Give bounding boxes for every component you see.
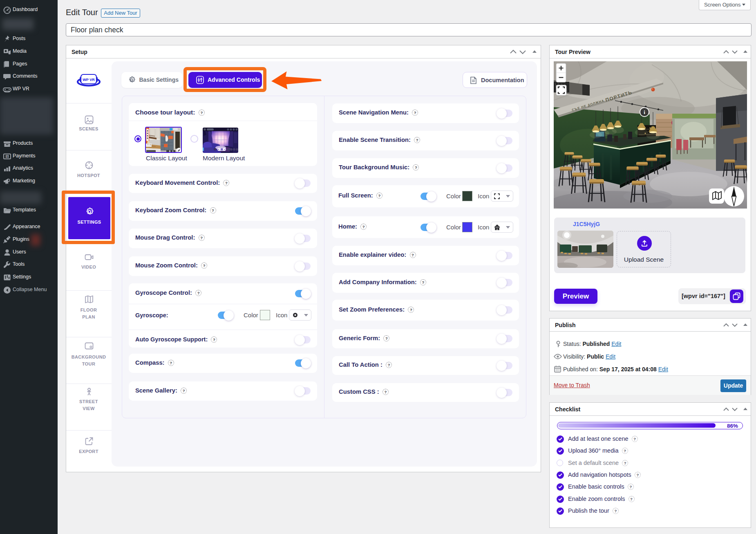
- svg-text:WP VR: WP VR: [83, 78, 95, 82]
- svg-text:i: i: [644, 109, 645, 115]
- svg-text:$: $: [7, 155, 8, 158]
